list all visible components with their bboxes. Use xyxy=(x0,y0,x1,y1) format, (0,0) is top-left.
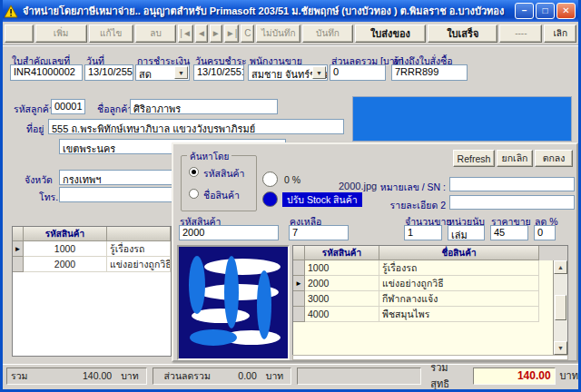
product-code: 1000 xyxy=(305,260,379,276)
table-row[interactable]: 1000 รู้เรื่องรถ xyxy=(293,260,567,276)
app-window: จำหน่ายโดยภาษีเหมาจ่าย.. อนุญาตสำหรับ Pr… xyxy=(0,0,581,392)
sn-label: หมายเลข / SN : xyxy=(375,180,446,195)
total-label: รวม xyxy=(11,368,27,384)
quit-button[interactable]: เลิก xyxy=(544,24,576,43)
blank-button[interactable] xyxy=(5,24,34,43)
product-image-graphic xyxy=(179,247,288,358)
nav-refresh-button[interactable]: C xyxy=(241,24,254,43)
zero-percent-radio[interactable] xyxy=(262,172,278,187)
doc-no-field[interactable]: INR41000002 xyxy=(10,64,83,81)
cancel-button[interactable]: ยกเลิก xyxy=(497,150,533,167)
line-item-name: แข่งอย่างถูกวิธี xyxy=(107,257,171,272)
product-code-field[interactable]: 2000 xyxy=(179,225,279,240)
ok-button[interactable]: ตกลง xyxy=(535,150,573,167)
product-name: กีฬากลางแจ้ง xyxy=(379,291,539,307)
qty-field[interactable]: 1 xyxy=(404,225,442,240)
line-items-name-header xyxy=(107,227,171,241)
scroll-down-icon[interactable]: ▼ xyxy=(554,341,567,355)
product-list-grid: รหัสสินค้า ชื่อสินค้า 1000 รู้เรื่องรถ ►… xyxy=(292,245,568,356)
customer-name-label: ชื่อลูกค้า xyxy=(97,102,133,117)
net-total-value: 140.00 xyxy=(473,368,555,385)
delivery-note-button[interactable]: ใบส่งของ xyxy=(355,24,427,43)
add-button[interactable]: เพิ่ม xyxy=(35,24,87,43)
customer-code-field[interactable]: 00001 xyxy=(51,99,85,114)
receipt-button[interactable]: ใบเสร็จ xyxy=(428,24,497,43)
product-name: พืชสมุนไพร xyxy=(379,307,539,322)
unit-field[interactable]: เล่ม xyxy=(448,225,485,240)
customer-name-field[interactable]: ศิริอาภาพร xyxy=(130,99,278,114)
po-ref-field[interactable]: 7RRR899 xyxy=(391,64,468,81)
detail2-field[interactable] xyxy=(449,195,575,210)
due-date-field[interactable]: 13/10/2551 xyxy=(193,64,244,81)
total-currency: บาท xyxy=(121,368,138,384)
scrollbar-thumb[interactable] xyxy=(555,295,566,320)
selector-cell xyxy=(293,291,305,307)
table-row[interactable]: 3000 กีฬากลางแจ้ง xyxy=(293,291,567,307)
product-code: 4000 xyxy=(305,307,379,322)
payment-combo[interactable]: สด ▼ xyxy=(135,64,190,81)
selector-header-cell xyxy=(293,246,305,260)
chevron-down-icon[interactable]: ▼ xyxy=(312,66,326,79)
warning-icon xyxy=(4,5,18,18)
no-save-button[interactable]: ไม่บันทึก xyxy=(256,24,300,43)
discount-currency: บาท xyxy=(266,368,283,384)
table-row[interactable]: 2000 แข่งอย่างถูกวิธี xyxy=(13,257,171,272)
refresh-button[interactable]: Refresh xyxy=(453,150,495,167)
table-row[interactable]: 4000 พืชสมุนไพร xyxy=(293,307,567,322)
vertical-scrollbar[interactable]: ▲ ▼ xyxy=(553,260,567,355)
product-name: แข่งอย่างถูกวิธี xyxy=(379,276,539,291)
title-bar: จำหน่ายโดยภาษีเหมาจ่าย.. อนุญาตสำหรับ Pr… xyxy=(0,0,581,22)
discount-panel: ส่วนลดรวม 0.00 บาท xyxy=(153,368,292,385)
adjust-stock-radio[interactable] xyxy=(262,191,278,207)
toolbar: เพิ่ม แก้ไข ลบ |◄ ◄ ► ►| C ไม่บันทึก บัน… xyxy=(3,22,578,46)
selector-cell xyxy=(293,260,305,276)
address-label: ที่อยู่ xyxy=(26,122,44,137)
line-item-code: 2000 xyxy=(24,257,107,272)
salesperson-combo[interactable]: สมชาย จันทร์ขาว ▼ xyxy=(248,64,328,81)
zero-percent-label: 0 % xyxy=(284,174,300,185)
window-title: จำหน่ายโดยภาษีเหมาจ่าย.. อนุญาตสำหรับ Pr… xyxy=(23,3,515,19)
table-row[interactable]: ► 2000 แข่งอย่างถูกวิธี xyxy=(293,276,567,291)
adjust-stock-chip[interactable]: ปรับ Stock สินค้า xyxy=(282,192,362,207)
discount-total-field[interactable]: 0 xyxy=(330,64,386,81)
line-item-name: รู้เรื่องรถ xyxy=(107,241,171,257)
row-marker-icon: ► xyxy=(13,241,24,257)
line-item-code: 1000 xyxy=(24,241,107,257)
line-discount-field[interactable]: 0 xyxy=(534,225,556,240)
search-by-code-radio[interactable] xyxy=(189,167,199,177)
maximize-button[interactable]: □ xyxy=(536,3,555,19)
date-field[interactable]: 13/10/2551 xyxy=(84,64,133,81)
province-label: จังหวัด xyxy=(25,172,53,188)
sn-field[interactable] xyxy=(449,177,575,191)
nav-last-button[interactable]: ►| xyxy=(224,24,240,43)
dashes-button[interactable]: ---- xyxy=(499,24,542,43)
payment-value: สด xyxy=(139,69,152,80)
table-row[interactable]: ► 1000 รู้เรื่องรถ xyxy=(13,241,171,257)
product-name: รู้เรื่องรถ xyxy=(379,260,539,276)
nav-next-button[interactable]: ► xyxy=(210,24,222,43)
search-by-name-radio[interactable] xyxy=(189,189,199,199)
edit-button[interactable]: แก้ไข xyxy=(89,24,133,43)
row-marker-icon: ► xyxy=(293,276,305,291)
nav-first-button[interactable]: |◄ xyxy=(178,24,193,43)
phone-label: โทร. xyxy=(39,190,58,205)
delete-button[interactable]: ลบ xyxy=(135,24,176,43)
scroll-up-icon[interactable]: ▲ xyxy=(554,260,567,274)
selector-cell xyxy=(13,257,24,272)
detail2-label: รายละเอียด 2 xyxy=(375,198,446,213)
address-field[interactable]: 555 ถ.พระพิทักษ์เทษาภิบาล แขวงวังบูรพาภิ… xyxy=(48,119,344,134)
minimize-button[interactable]: – xyxy=(515,3,534,19)
nav-prev-button[interactable]: ◄ xyxy=(195,24,208,43)
net-currency: บาท xyxy=(560,368,578,384)
product-code: 3000 xyxy=(305,291,379,307)
product-image xyxy=(177,245,290,360)
product-search-panel: Refresh ยกเลิก ตกลง ค้นหาโดย รหัสสินค้า … xyxy=(172,142,578,362)
product-name-header: ชื่อสินค้า xyxy=(379,246,539,260)
stock-field[interactable]: 7 xyxy=(289,225,349,240)
chevron-down-icon[interactable]: ▼ xyxy=(174,66,188,79)
product-code-header: รหัสสินค้า xyxy=(305,246,379,260)
price-field[interactable]: 45 xyxy=(490,225,528,240)
save-button[interactable]: บันทึก xyxy=(302,24,352,43)
close-button[interactable]: ✕ xyxy=(556,3,576,19)
total-panel: รวม 140.00 บาท xyxy=(6,368,147,385)
